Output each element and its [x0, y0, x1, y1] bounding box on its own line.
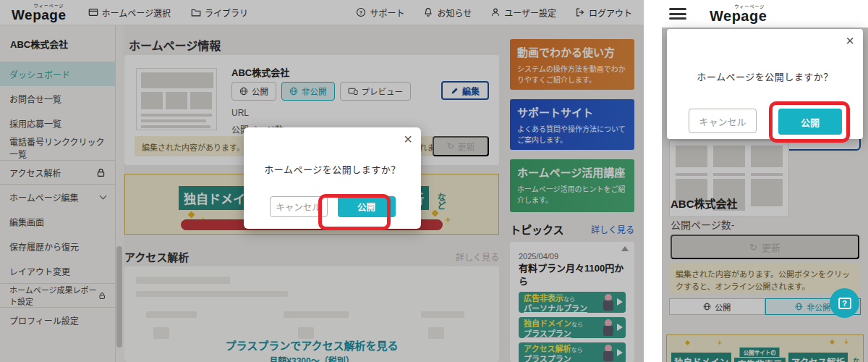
confirm-publish-button[interactable]: 公開 [778, 109, 842, 135]
confirm-publish-button[interactable]: 公開 [338, 196, 396, 217]
publish-confirm-dialog: × ホームページを公開しますか？ キャンセル 公開 [667, 29, 863, 139]
help-icon: ? [838, 298, 851, 309]
logo-text: Wepage [710, 9, 767, 23]
help-button[interactable]: ? [830, 288, 859, 318]
close-icon[interactable]: × [846, 33, 854, 48]
dialog-buttons: キャンセル 公開 [667, 109, 863, 135]
hamburger-menu-icon[interactable] [669, 8, 686, 20]
close-icon[interactable]: × [404, 132, 412, 146]
mobile-header: ウィーページ Wepage [662, 0, 868, 28]
dialog-message: ホームページを公開しますか？ [244, 162, 421, 176]
desktop-view: ウィーページ Wepage ホームページ選択 ライブラリ ? サポート [0, 0, 644, 362]
screenshot: ウィーページ Wepage ホームページ選択 ライブラリ ? サポート [0, 0, 868, 362]
wepage-logo[interactable]: ウィーページ Wepage [710, 4, 767, 23]
dialog-message: ホームページを公開しますか？ [667, 70, 863, 83]
mobile-view: ウィーページ Wepage ABC株式会社 公開ページ数- ↻ 更新 [662, 0, 868, 362]
publish-confirm-dialog: × ホームページを公開しますか？ キャンセル 公開 [244, 127, 421, 229]
dialog-buttons: キャンセル 公開 [244, 196, 421, 217]
cancel-button[interactable]: キャンセル [689, 109, 757, 133]
cancel-button[interactable]: キャンセル [270, 196, 328, 217]
